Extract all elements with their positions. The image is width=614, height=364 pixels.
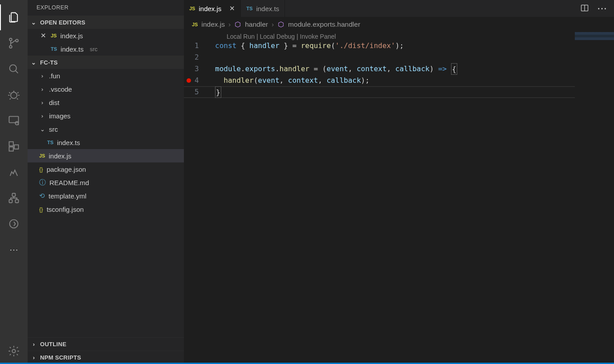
activity-search[interactable] (0, 56, 28, 82)
file-packagejson[interactable]: {}package.json (28, 162, 184, 176)
code-lens[interactable]: Local Run | Local Debug | Invoke Panel (184, 33, 614, 40)
chevron-right-icon: › (228, 20, 231, 28)
folder-label: src (49, 125, 58, 133)
breakpoint-icon[interactable] (187, 78, 191, 83)
file-ts-icon: TS (47, 140, 53, 145)
chevron-right-icon: › (30, 354, 37, 361)
file-label: tsconfig.json (47, 206, 84, 213)
file-json-icon: {} (39, 166, 43, 173)
split-editor-icon[interactable] (580, 4, 589, 14)
project-header[interactable]: ⌄ FC-TS (28, 56, 184, 69)
close-icon[interactable]: ✕ (39, 32, 47, 40)
svg-rect-10 (12, 194, 16, 197)
file-js-icon: JS (192, 22, 198, 27)
chevron-right-icon: › (39, 86, 45, 93)
outline-header[interactable]: › OUTLINE (28, 337, 184, 351)
folder-src[interactable]: ⌄src (28, 122, 184, 136)
ellipsis-icon: ⋯ (9, 244, 18, 255)
sidebar-title: EXPLORER (28, 0, 184, 16)
folder-label: images (49, 112, 70, 120)
folder-label: .fun (49, 72, 60, 80)
line-number: 4 (195, 75, 209, 86)
more-actions-icon[interactable]: ⋯ (597, 3, 607, 14)
chevron-right-icon: › (272, 20, 274, 28)
file-indexjs[interactable]: JSindex.js (28, 149, 184, 162)
tab-bar: JS index.js ✕ TS index.ts ⋯ (184, 0, 614, 17)
symbol-module-icon (234, 21, 241, 28)
breadcrumb-handler[interactable]: handler (245, 20, 268, 28)
file-src-indexts[interactable]: TSindex.ts (28, 136, 184, 149)
minimap[interactable] (575, 32, 614, 50)
file-label: index.ts (57, 139, 80, 146)
folder-dist[interactable]: ›dist (28, 96, 184, 109)
breadcrumb-module-exports[interactable]: module.exports.handler (288, 20, 360, 28)
file-readme[interactable]: ⓘREADME.md (28, 176, 184, 189)
activity-explorer[interactable] (0, 4, 28, 30)
chevron-right-icon: › (39, 113, 45, 119)
activity-settings[interactable] (0, 338, 28, 364)
code-text[interactable]: const { handler } = require('./dist/inde… (215, 40, 614, 364)
gear-icon (8, 345, 20, 357)
tab-indexjs[interactable]: JS index.js ✕ (184, 0, 241, 17)
circle-arrow-icon (8, 218, 20, 230)
folder-label: .vscode (49, 85, 72, 93)
tab-close-icon[interactable]: ✕ (229, 4, 235, 12)
file-template[interactable]: ⟲template.yml (28, 189, 184, 202)
svg-rect-11 (9, 200, 12, 203)
open-editor-dir: src (90, 46, 98, 53)
activity-bar: ⋯ (0, 0, 28, 364)
svg-point-0 (9, 38, 12, 41)
tab-label: index.js (199, 5, 221, 12)
svg-rect-12 (16, 200, 19, 203)
code-editor[interactable]: 1 2 3 4 5 const { handler } = require('.… (184, 40, 614, 364)
open-editors-header[interactable]: ⌄ OPEN EDITORS (28, 16, 184, 29)
chevron-right-icon: › (39, 73, 45, 79)
extensions-icon (8, 140, 20, 153)
activity-aliyun[interactable] (0, 185, 28, 211)
activity-remote[interactable] (0, 108, 28, 133)
svg-point-2 (16, 39, 18, 42)
file-tsconfig[interactable]: {}tsconfig.json (28, 202, 184, 216)
tab-indexts[interactable]: TS index.ts (241, 0, 285, 17)
breadcrumb-file[interactable]: index.js (201, 20, 225, 28)
file-json-icon: {} (39, 206, 43, 213)
line-number: 3 (195, 63, 209, 75)
activity-scm[interactable] (0, 30, 28, 56)
open-editor-label: index.ts (61, 45, 84, 53)
symbol-module-icon (277, 21, 285, 28)
activity-gitlens[interactable] (0, 159, 28, 185)
files-icon (8, 11, 20, 24)
file-label: package.json (47, 166, 86, 173)
activity-extensions[interactable] (0, 133, 28, 159)
file-yml-icon: ⟲ (39, 192, 45, 200)
file-tree: ›.fun ›.vscode ›dist ›images ⌄src TSinde… (28, 69, 184, 216)
chevron-down-icon: ⌄ (30, 59, 37, 66)
open-editors-list: ✕ JS index.js ✕ TS index.ts src (28, 29, 184, 56)
folder-fun[interactable]: ›.fun (28, 69, 184, 82)
open-editor-item[interactable]: ✕ TS index.ts src (28, 42, 184, 56)
fc-icon (8, 192, 20, 204)
gitlens-icon (8, 166, 20, 178)
activity-circle[interactable] (0, 211, 28, 237)
open-editor-item[interactable]: ✕ JS index.js (28, 29, 184, 42)
svg-rect-9 (14, 145, 18, 149)
file-ts-icon: TS (246, 6, 252, 11)
activity-more[interactable]: ⋯ (0, 237, 28, 263)
folder-vscode[interactable]: ›.vscode (28, 82, 184, 96)
search-icon (8, 63, 20, 75)
tab-label: index.ts (256, 5, 279, 12)
bug-icon (8, 89, 20, 101)
open-editor-label: index.js (60, 32, 83, 40)
folder-label: dist (49, 99, 59, 106)
breadcrumbs[interactable]: JS index.js › handler › module.exports.h… (184, 17, 614, 32)
folder-images[interactable]: ›images (28, 109, 184, 122)
line-number: 2 (195, 52, 209, 63)
file-info-icon: ⓘ (39, 178, 46, 187)
chevron-right-icon: › (39, 99, 45, 106)
svg-point-4 (11, 92, 17, 98)
file-js-icon: JS (51, 33, 57, 38)
activity-debug[interactable] (0, 82, 28, 108)
npm-scripts-header[interactable]: › NPM SCRIPTS (28, 351, 184, 364)
file-js-icon: JS (39, 153, 45, 158)
svg-point-3 (10, 65, 16, 72)
